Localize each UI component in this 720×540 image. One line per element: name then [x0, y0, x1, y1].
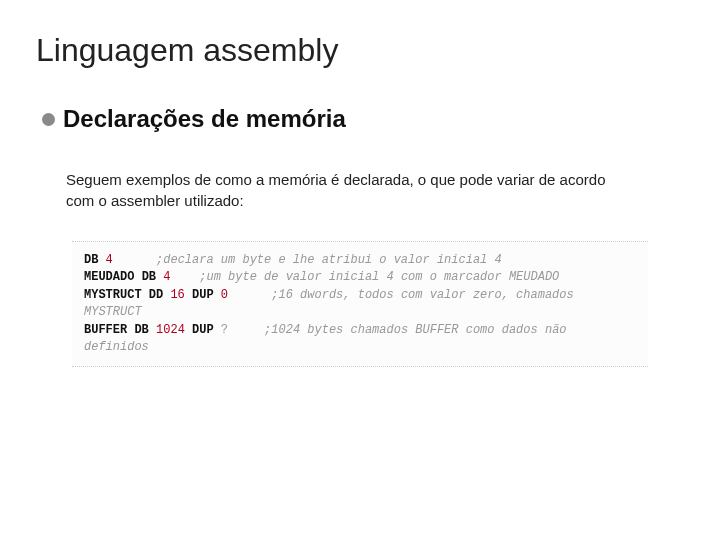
code-comment-cont: definidos [84, 340, 149, 354]
subtitle: Declarações de memória [63, 105, 346, 133]
code-label: MEUDADO [84, 270, 134, 284]
code-label: MYSTRUCT [84, 288, 142, 302]
code-line-2: MEUDADO DB 4 ;um byte de valor inicial 4… [84, 269, 636, 286]
page-title: Linguagem assembly [36, 32, 684, 69]
code-dup: DUP [192, 288, 214, 302]
code-block: DB 4 ;declara um byte e lhe atribui o va… [72, 241, 648, 367]
code-line-3b: MYSTRUCT [84, 304, 636, 321]
code-dupval: ? [221, 323, 228, 337]
code-comment: ;um byte de valor inicial 4 com o marcad… [199, 270, 559, 284]
code-comment: ;1024 bytes chamados BUFFER como dados n… [264, 323, 566, 337]
code-line-3: MYSTRUCT DD 16 DUP 0 ;16 dwords, todos c… [84, 287, 636, 304]
code-number: 1024 [156, 323, 185, 337]
code-keyword: DB [134, 323, 148, 337]
code-keyword: DB [142, 270, 156, 284]
code-comment-cont: MYSTRUCT [84, 305, 142, 319]
code-keyword: DD [149, 288, 163, 302]
code-comment: ;declara um byte e lhe atribui o valor i… [156, 253, 502, 267]
code-line-1: DB 4 ;declara um byte e lhe atribui o va… [84, 252, 636, 269]
code-number: 4 [163, 270, 170, 284]
code-line-4: BUFFER DB 1024 DUP ? ;1024 bytes chamado… [84, 322, 636, 339]
subtitle-row: Declarações de memória [42, 105, 684, 133]
body-text: Seguem exemplos de como a memória é decl… [66, 169, 624, 211]
code-dup: DUP [192, 323, 214, 337]
bullet-icon [42, 113, 55, 126]
code-label: BUFFER [84, 323, 127, 337]
code-number: 16 [170, 288, 184, 302]
code-comment: ;16 dwords, todos com valor zero, chamad… [271, 288, 573, 302]
code-keyword: DB [84, 253, 98, 267]
code-line-4b: definidos [84, 339, 636, 356]
code-number: 0 [221, 288, 228, 302]
code-number: 4 [106, 253, 113, 267]
